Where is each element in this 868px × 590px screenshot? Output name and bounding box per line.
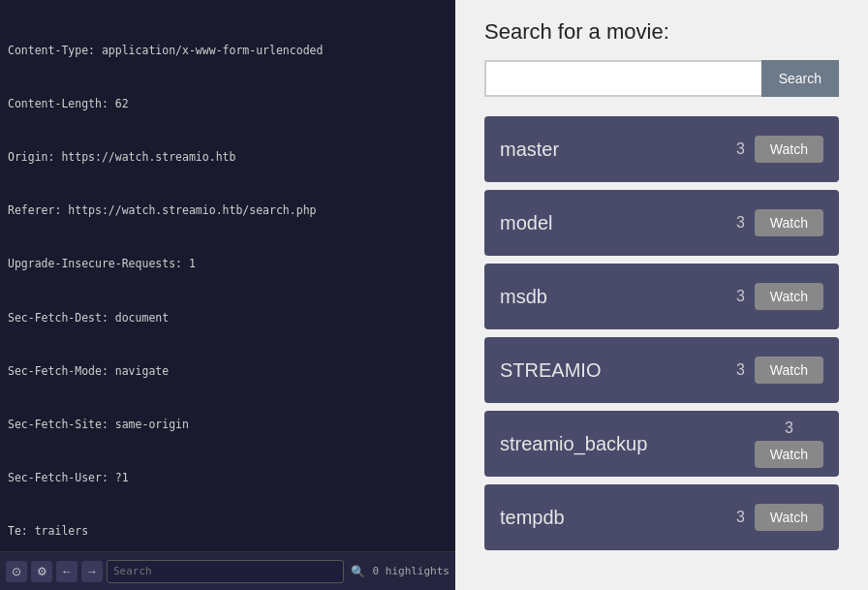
result-right-model: 3 Watch [736,209,823,236]
result-card-streamio-backup: streamio_backup 3 Watch [484,411,839,477]
result-title-msdb: msdb [500,286,547,308]
highlights-label: 0 highlights [373,565,450,577]
result-title-streamio-backup: streamio_backup [500,433,647,455]
result-title-streamio: STREAMIO [500,359,601,382]
terminal-search-button[interactable]: 🔍 [348,561,369,582]
watch-button-streamio[interactable]: Watch [755,357,823,384]
search-panel: Search for a movie: Search master 3 Watc… [455,0,868,590]
result-card-tempdb: tempdb 3 Watch [484,484,839,550]
watch-button-streamio-backup[interactable]: Watch [755,441,823,468]
terminal-line: Referer: https://watch.streamio.htb/sear… [4,202,451,219]
result-title-master: master [500,139,559,161]
result-right-tempdb: 3 Watch [736,504,823,531]
movie-search-input[interactable] [484,60,761,97]
result-title-tempdb: tempdb [500,507,565,529]
result-card-master: master 3 Watch [484,116,839,182]
search-panel-title: Search for a movie: [484,19,839,45]
terminal-line: Sec-Fetch-Site: same-origin [4,416,451,433]
terminal-line: Sec-Fetch-User: ?1 [4,469,451,486]
result-card-model: model 3 Watch [484,190,839,256]
watch-button-tempdb[interactable]: Watch [755,504,823,531]
terminal-panel: Content-Type: application/x-www-form-url… [0,0,455,590]
terminal-search-input[interactable] [107,560,344,583]
terminal-line: Upgrade-Insecure-Requests: 1 [4,255,451,272]
movie-search-button[interactable]: Search [761,60,839,97]
watch-button-master[interactable]: Watch [755,136,823,163]
result-count-msdb: 3 [736,288,745,305]
result-count-streamio: 3 [736,361,745,379]
result-count-streamio-backup: 3 [785,419,793,437]
terminal-line: Te: trailers [4,522,451,540]
terminal-line: Origin: https://watch.streamio.htb [4,148,451,166]
terminal-line: Content-Length: 62 [4,95,451,112]
terminal-output: Content-Type: application/x-www-form-url… [0,0,455,551]
result-count-model: 3 [736,214,745,232]
result-right-master: 3 Watch [736,136,823,163]
terminal-back-icon[interactable]: ← [56,561,78,582]
terminal-forward-icon[interactable]: → [81,561,103,582]
result-right-streamio: 3 Watch [736,357,823,384]
result-count-tempdb: 3 [736,509,745,526]
result-right-msdb: 3 Watch [736,283,823,310]
result-count-master: 3 [736,140,745,158]
terminal-circle-icon[interactable]: ⊙ [6,561,27,582]
terminal-line: Sec-Fetch-Mode: navigate [4,362,451,380]
terminal-line: Sec-Fetch-Dest: document [4,309,451,326]
search-bar: Search [484,60,839,97]
results-list: master 3 Watch model 3 Watch msdb 3 Watc… [484,116,839,550]
result-right-streamio-backup: 3 Watch [755,419,823,468]
result-card-streamio: STREAMIO 3 Watch [484,337,839,403]
terminal-line: Content-Type: application/x-www-form-url… [4,42,451,59]
terminal-settings-icon[interactable]: ⚙ [31,561,52,582]
watch-button-model[interactable]: Watch [755,209,823,236]
watch-button-msdb[interactable]: Watch [755,283,823,310]
result-card-msdb: msdb 3 Watch [484,264,839,329]
terminal-footer: ⊙ ⚙ ← → 🔍 0 highlights [0,551,455,590]
result-title-model: model [500,212,552,234]
